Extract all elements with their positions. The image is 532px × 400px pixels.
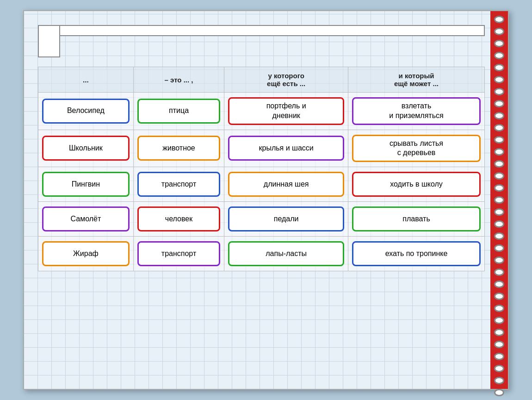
cell-r4-c3: ехать по тропинке — [348, 237, 485, 271]
spiral-loop — [494, 293, 504, 300]
spiral-loop — [494, 353, 504, 360]
cell-r2-c0: Пингвин — [38, 167, 134, 202]
spiral-loop — [494, 124, 504, 131]
word-box-r3-c3: плавать — [352, 206, 481, 231]
cell-r0-c3: взлетатьи приземляться — [348, 93, 485, 130]
spiral-loop — [494, 305, 504, 312]
word-box-r0-c0: Велосипед — [42, 99, 130, 124]
spiral-loop — [494, 184, 504, 192]
word-box-r2-c2: длинная шея — [228, 172, 344, 197]
spiral — [492, 11, 506, 389]
cell-r2-c1: транспорт — [133, 167, 224, 202]
col-header-2: – это ... , — [133, 67, 224, 93]
word-box-r3-c0: Самолёт — [42, 206, 130, 231]
word-box-r4-c2: лапы-ласты — [228, 241, 344, 266]
col-header-3: у которогоещё есть ... — [224, 67, 348, 93]
word-box-r0-c1: птица — [137, 99, 221, 124]
word-box-r4-c0: Жираф — [42, 241, 130, 266]
word-box-r0-c3: взлетатьи приземляться — [352, 97, 481, 125]
spiral-loop — [494, 112, 504, 119]
spiral-loop — [494, 232, 504, 240]
task-header — [38, 25, 485, 57]
cell-r0-c1: птица — [133, 93, 224, 130]
cell-r0-c0: Велосипед — [38, 93, 134, 130]
notebook: ... – это ... , у которогоещё есть ... и… — [23, 10, 509, 390]
spiral-loop — [494, 208, 504, 216]
cell-r3-c3: плавать — [348, 202, 485, 237]
cell-r0-c2: портфель идневник — [224, 93, 348, 130]
spiral-loop — [494, 317, 504, 324]
word-box-r2-c3: ходить в школу — [352, 172, 481, 197]
cell-r4-c1: транспорт — [133, 237, 224, 271]
cell-r3-c2: педали — [224, 202, 348, 237]
spiral-loop — [494, 256, 504, 264]
spiral-loop — [494, 40, 504, 47]
word-box-r2-c0: Пингвин — [42, 172, 130, 197]
word-box-r1-c3: срывать листьяс деревьев — [352, 135, 481, 162]
spiral-loop — [494, 196, 504, 204]
cell-r1-c2: крылья и шасси — [224, 130, 348, 167]
spiral-loop — [494, 341, 504, 348]
spiral-loop — [494, 88, 504, 95]
cell-r3-c0: Самолёт — [38, 202, 134, 237]
col-header-1: ... — [38, 67, 134, 93]
cell-r1-c3: срывать листьяс деревьев — [348, 130, 485, 167]
word-box-r1-c2: крылья и шасси — [228, 136, 344, 161]
spiral-loop — [494, 16, 504, 23]
spiral-loop — [494, 136, 504, 144]
word-box-r2-c1: транспорт — [137, 172, 221, 197]
word-box-r4-c3: ехать по тропинке — [352, 241, 481, 266]
spiral-loop — [494, 244, 504, 252]
spiral-loop — [494, 64, 504, 71]
cell-r2-c2: длинная шея — [224, 167, 348, 202]
col-header-4: и которыйещё может ... — [348, 67, 485, 93]
spiral-loop — [494, 220, 504, 228]
word-box-r3-c1: человек — [137, 206, 221, 231]
word-box-r4-c1: транспорт — [137, 241, 221, 266]
spiral-loop — [494, 329, 504, 336]
word-table: ... – это ... , у которогоещё есть ... и… — [38, 67, 485, 271]
spiral-loop — [494, 100, 504, 107]
content: ... – это ... , у которогоещё есть ... и… — [24, 11, 508, 281]
spiral-loop — [494, 389, 504, 396]
word-box-r0-c2: портфель идневник — [228, 97, 344, 125]
spiral-loop — [494, 76, 504, 83]
word-box-r1-c1: животное — [137, 136, 221, 161]
spiral-loop — [494, 172, 504, 180]
spiral-loop — [494, 269, 504, 276]
cell-r4-c0: Жираф — [38, 237, 134, 271]
task-number — [38, 25, 60, 57]
cell-r1-c1: животное — [133, 130, 224, 167]
task-text — [60, 25, 485, 36]
word-box-r1-c0: Школьник — [42, 136, 130, 161]
spiral-loop — [494, 365, 504, 372]
cell-r2-c3: ходить в школу — [348, 167, 485, 202]
cell-r4-c2: лапы-ласты — [224, 237, 348, 271]
spiral-loop — [494, 160, 504, 168]
cell-r3-c1: человек — [133, 202, 224, 237]
spiral-loop — [494, 281, 504, 288]
spiral-loop — [494, 28, 504, 35]
spiral-loop — [494, 377, 504, 384]
spiral-loop — [494, 52, 504, 59]
word-box-r3-c2: педали — [228, 206, 344, 231]
cell-r1-c0: Школьник — [38, 130, 134, 167]
spiral-loop — [494, 148, 504, 156]
